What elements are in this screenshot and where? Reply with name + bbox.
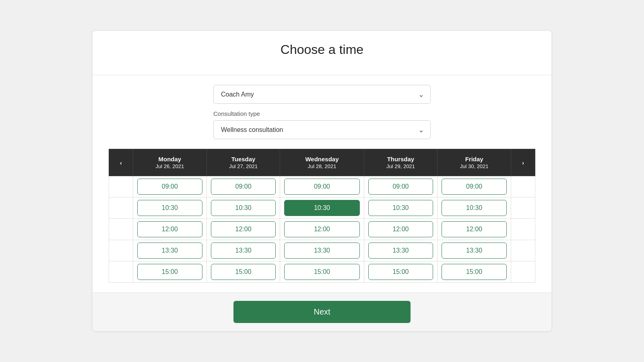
next-button[interactable]: Next	[233, 301, 411, 323]
day-name-monday: Monday	[136, 156, 203, 162]
time-button-1-4[interactable]: 15:00	[211, 264, 276, 280]
time-cell-2-4: 15:00	[280, 261, 364, 283]
time-button-0-4[interactable]: 15:00	[137, 264, 202, 280]
time-button-4-3[interactable]: 13:30	[442, 243, 507, 259]
time-button-2-1[interactable]: 10:30	[284, 200, 359, 216]
time-button-3-4[interactable]: 15:00	[368, 264, 433, 280]
main-card: Choose a time Coach Amy Coach Bob Coach …	[93, 31, 551, 331]
coach-select-container: Coach Amy Coach Bob Coach Carol ⌄	[213, 85, 431, 104]
prev-week-button[interactable]: ‹	[109, 149, 133, 176]
day-name-tuesday: Tuesday	[210, 156, 277, 162]
time-cell-1-3: 13:30	[206, 240, 280, 261]
time-button-3-3[interactable]: 13:30	[368, 243, 433, 259]
time-button-2-3[interactable]: 13:30	[284, 243, 359, 259]
time-cell-2-3: 13:30	[280, 240, 364, 261]
time-button-2-0[interactable]: 09:00	[284, 179, 359, 195]
spacer-left-4	[109, 261, 133, 283]
time-cell-1-2: 12:00	[206, 219, 280, 240]
time-button-1-1[interactable]: 10:30	[211, 200, 276, 216]
spacer-left-3	[109, 240, 133, 261]
spacer-left-2	[109, 219, 133, 240]
time-cell-4-2: 12:00	[438, 219, 511, 240]
time-cell-0-2: 12:00	[133, 219, 207, 240]
next-week-button[interactable]: ›	[511, 149, 535, 176]
spacer-right-1	[511, 197, 535, 219]
day-header-wednesday: Wednesday Jul 28, 2021	[280, 149, 364, 176]
day-name-thursday: Thursday	[367, 156, 434, 162]
time-button-0-2[interactable]: 12:00	[137, 221, 202, 237]
day-date-wednesday: Jul 28, 2021	[283, 163, 360, 169]
consultation-select-container: Wellness consultation Nutrition consulta…	[213, 120, 431, 139]
day-header-thursday: Thursday Jul 29, 2021	[364, 149, 438, 176]
spacer-left-1	[109, 197, 133, 219]
time-button-0-0[interactable]: 09:00	[137, 179, 202, 195]
footer: Next	[93, 292, 551, 331]
day-date-friday: Jul 30, 2021	[441, 163, 508, 169]
time-cell-3-4: 15:00	[364, 261, 438, 283]
time-button-1-0[interactable]: 09:00	[211, 179, 276, 195]
time-cell-4-0: 09:00	[438, 176, 511, 197]
time-cell-3-3: 13:30	[364, 240, 438, 261]
time-cell-1-0: 09:00	[206, 176, 280, 197]
time-cell-4-4: 15:00	[438, 261, 511, 283]
day-date-tuesday: Jul 27, 2021	[210, 163, 277, 169]
time-cell-3-0: 09:00	[364, 176, 438, 197]
time-cell-0-1: 10:30	[133, 197, 207, 219]
time-button-0-1[interactable]: 10:30	[137, 200, 202, 216]
spacer-right-4	[511, 261, 535, 283]
card-header: Choose a time	[93, 31, 551, 75]
day-name-friday: Friday	[441, 156, 508, 162]
spacer-left-0	[109, 176, 133, 197]
spacer-right-3	[511, 240, 535, 261]
day-date-thursday: Jul 29, 2021	[367, 163, 434, 169]
spacer-right-0	[511, 176, 535, 197]
time-cell-1-4: 15:00	[206, 261, 280, 283]
day-header-tuesday: Tuesday Jul 27, 2021	[206, 149, 280, 176]
time-cell-4-3: 13:30	[438, 240, 511, 261]
time-cell-2-2: 12:00	[280, 219, 364, 240]
time-cell-0-0: 09:00	[133, 176, 207, 197]
calendar-table: ‹ Monday Jul 26, 2021 Tuesday Jul 27, 20…	[109, 149, 535, 283]
consultation-type-dropdown[interactable]: Wellness consultation Nutrition consulta…	[213, 120, 431, 139]
time-cell-0-3: 13:30	[133, 240, 207, 261]
time-button-0-3[interactable]: 13:30	[137, 243, 202, 259]
day-header-monday: Monday Jul 26, 2021	[133, 149, 207, 176]
consultation-type-label: Consultation type	[213, 110, 431, 117]
card-body: Coach Amy Coach Bob Coach Carol ⌄ Consul…	[93, 75, 551, 292]
time-cell-3-1: 10:30	[364, 197, 438, 219]
time-button-4-0[interactable]: 09:00	[442, 179, 507, 195]
time-button-2-2[interactable]: 12:00	[284, 221, 359, 237]
time-button-3-2[interactable]: 12:00	[368, 221, 433, 237]
time-button-4-4[interactable]: 15:00	[442, 264, 507, 280]
time-button-2-4[interactable]: 15:00	[284, 264, 359, 280]
time-cell-0-4: 15:00	[133, 261, 207, 283]
day-name-wednesday: Wednesday	[283, 156, 360, 162]
spacer-right-2	[511, 219, 535, 240]
time-button-1-2[interactable]: 12:00	[211, 221, 276, 237]
coach-dropdown[interactable]: Coach Amy Coach Bob Coach Carol	[213, 85, 431, 104]
time-cell-2-1: 10:30	[280, 197, 364, 219]
day-date-monday: Jul 26, 2021	[136, 163, 203, 169]
time-button-3-1[interactable]: 10:30	[368, 200, 433, 216]
dropdowns-section: Coach Amy Coach Bob Coach Carol ⌄ Consul…	[109, 85, 535, 149]
calendar-section: ‹ Monday Jul 26, 2021 Tuesday Jul 27, 20…	[109, 149, 535, 283]
time-cell-4-1: 10:30	[438, 197, 511, 219]
time-cell-2-0: 09:00	[280, 176, 364, 197]
page-title: Choose a time	[109, 42, 535, 57]
time-button-4-1[interactable]: 10:30	[442, 200, 507, 216]
day-header-friday: Friday Jul 30, 2021	[438, 149, 511, 176]
time-button-1-3[interactable]: 13:30	[211, 243, 276, 259]
time-cell-3-2: 12:00	[364, 219, 438, 240]
time-button-4-2[interactable]: 12:00	[442, 221, 507, 237]
time-cell-1-1: 10:30	[206, 197, 280, 219]
time-button-3-0[interactable]: 09:00	[368, 179, 433, 195]
